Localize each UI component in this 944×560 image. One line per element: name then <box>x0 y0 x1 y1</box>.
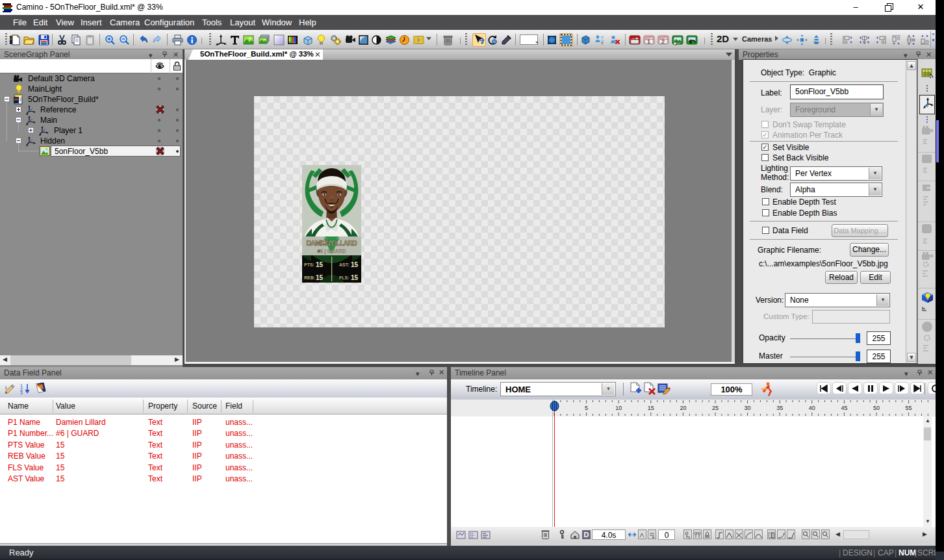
svg-text:FLS:: FLS: <box>339 275 350 280</box>
svg-text:REB:: REB: <box>304 275 315 280</box>
svg-text:10: 10 <box>615 405 622 411</box>
svg-text:50: 50 <box>873 405 880 411</box>
svg-text:35: 35 <box>776 405 783 411</box>
svg-text:45: 45 <box>841 405 847 411</box>
svg-text:15: 15 <box>351 274 359 281</box>
svg-text:1: 1 <box>647 38 650 45</box>
svg-text:2: 2 <box>661 38 665 45</box>
svg-text:PTS:: PTS: <box>304 262 314 267</box>
svg-text:15: 15 <box>316 261 324 268</box>
svg-text:40: 40 <box>809 405 815 411</box>
svg-text:30: 30 <box>745 405 751 411</box>
svg-text:15: 15 <box>351 261 359 268</box>
svg-text:DAMIEN LILLARD: DAMIEN LILLARD <box>307 239 357 247</box>
svg-text:15: 15 <box>648 405 654 411</box>
svg-text:6: 6 <box>688 535 691 539</box>
svg-text:AST:: AST: <box>339 262 350 267</box>
svg-text:5: 5 <box>585 405 588 411</box>
svg-text:#6 | GUARD: #6 | GUARD <box>318 248 346 254</box>
svg-text:15: 15 <box>316 274 324 281</box>
svg-text:T: T <box>601 42 604 45</box>
svg-text:25: 25 <box>712 405 719 411</box>
svg-text:20: 20 <box>680 405 686 411</box>
svg-text:55: 55 <box>906 405 912 411</box>
svg-text:3: 3 <box>20 390 23 394</box>
